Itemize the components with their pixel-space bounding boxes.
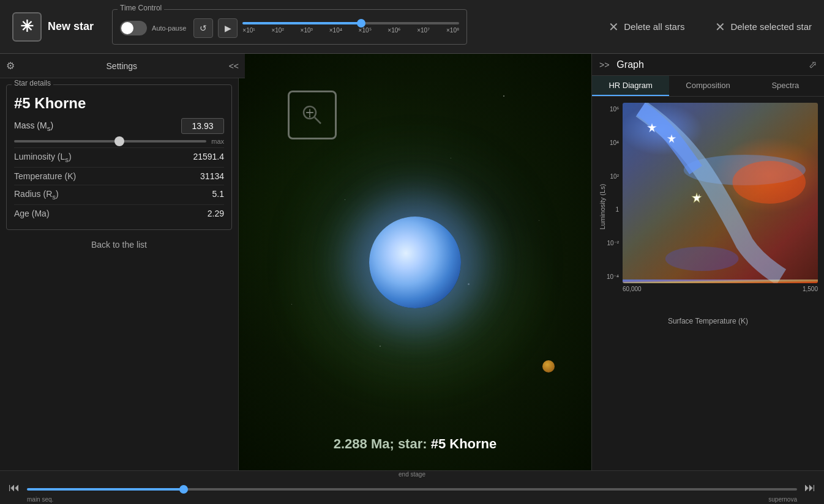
- radius-label: Radius (Rs): [14, 189, 59, 201]
- delete-selected-icon: ✕: [715, 20, 725, 34]
- main-viewport[interactable]: 2.288 Ma; star: #5 Khorne: [239, 54, 591, 470]
- sidebar: Star details #5 Khorne Mass (Ms) 13.93 m…: [0, 78, 239, 470]
- timeline-slider[interactable]: [27, 488, 797, 491]
- hr-chart: 4: [623, 103, 818, 283]
- y-label-1em2: 10⁻²: [598, 240, 621, 246]
- zoom-icon-svg: [300, 103, 324, 127]
- time-ticks: ×10¹ ×10² ×10³ ×10⁴ ×10⁵ ×10⁶ ×10⁷ ×10⁸: [242, 27, 459, 34]
- y-axis-labels: 10⁶ 10⁴ 10² 1 10⁻² 10⁻⁴: [598, 103, 621, 283]
- radius-row: Radius (Rs) 5.1: [14, 185, 224, 204]
- mass-row: Mass (Ms) 13.93: [14, 118, 224, 134]
- luminosity-value: 21591.4: [193, 152, 224, 163]
- tick-6: ×10⁶: [388, 27, 400, 34]
- delete-all-button[interactable]: ✕ Delete all stars: [596, 20, 697, 34]
- timeline-end-button[interactable]: ⏭: [802, 481, 818, 494]
- tick-4: ×10⁴: [329, 27, 342, 34]
- auto-pause-toggle[interactable]: [120, 21, 147, 35]
- small-planet: [542, 360, 555, 372]
- settings-label: Settings: [21, 61, 223, 71]
- delete-all-label: Delete all stars: [624, 21, 684, 32]
- graph-header: >> Graph ⬀: [592, 54, 824, 76]
- tick-1: ×10¹: [242, 27, 255, 34]
- time-slider[interactable]: [242, 22, 459, 24]
- temperature-value: 31134: [200, 171, 224, 181]
- time-control-label: Time Control: [118, 4, 164, 12]
- mass-label: Mass (Ms): [14, 120, 53, 132]
- settings-icon-button[interactable]: ⚙: [6, 60, 15, 72]
- status-time: 2.288 Ma; star:: [334, 436, 431, 451]
- graph-title: Graph: [616, 59, 804, 70]
- svg-point-6: [732, 161, 806, 204]
- hr-star-5-selected[interactable]: 4: [691, 193, 702, 204]
- hr-star-2[interactable]: [667, 134, 676, 144]
- top-bar: ✳ New star Time Control Auto-pause ↺ ▶ ×…: [0, 0, 824, 54]
- x-label-60000: 60,000: [623, 286, 642, 292]
- graph-tabs: HR Diagram Composition Spectra: [592, 76, 824, 97]
- time-control-inner: Auto-pause ↺ ▶ ×10¹ ×10² ×10³ ×10⁴ ×10⁵ …: [120, 16, 459, 40]
- graph-expand-button[interactable]: >>: [599, 60, 609, 70]
- mass-value[interactable]: 13.93: [181, 118, 224, 134]
- new-star-button[interactable]: ✳ New star: [0, 12, 106, 42]
- label-end-stage: end stage: [399, 471, 425, 478]
- graph-export-button[interactable]: ⬀: [809, 59, 817, 70]
- timeline-slider-container: main seq. end stage supernova: [27, 482, 797, 493]
- tick-8: ×10⁸: [446, 27, 459, 34]
- back-to-list-button[interactable]: Back to the list: [6, 240, 232, 250]
- auto-pause-label: Auto-pause: [152, 24, 186, 32]
- tick-3: ×10³: [301, 27, 313, 34]
- tick-7: ×10⁷: [417, 27, 430, 34]
- svg-rect-8: [623, 280, 818, 283]
- y-label-1e4: 10⁴: [598, 139, 621, 146]
- time-slider-container: ×10¹ ×10² ×10³ ×10⁴ ×10⁵ ×10⁶ ×10⁷ ×10⁸: [242, 16, 459, 40]
- age-label: Age (Ma): [14, 209, 50, 218]
- star-details-legend: Star details: [12, 79, 53, 87]
- label-main-seq: main seq.: [27, 496, 53, 503]
- y-label-1e6: 10⁶: [598, 106, 621, 113]
- settings-chevron-button[interactable]: <<: [229, 61, 239, 71]
- temperature-row: Temperature (K) 31134: [14, 167, 224, 185]
- tab-composition[interactable]: Composition: [669, 76, 746, 96]
- new-star-label: New star: [48, 20, 94, 33]
- mass-max-label: max: [211, 138, 224, 145]
- star-visual[interactable]: [369, 217, 461, 308]
- mass-slider[interactable]: [14, 140, 206, 143]
- status-text: 2.288 Ma; star: #5 Khorne: [334, 436, 497, 452]
- tick-5: ×10⁵: [359, 27, 372, 34]
- status-star-name: #5 Khorne: [431, 436, 497, 451]
- time-control-panel: Time Control Auto-pause ↺ ▶ ×10¹ ×10² ×1…: [112, 9, 467, 45]
- star-details-box: Star details #5 Khorne Mass (Ms) 13.93 m…: [6, 84, 232, 230]
- settings-bar: ⚙ Settings <<: [0, 54, 245, 78]
- tab-hr-diagram[interactable]: HR Diagram: [592, 76, 669, 96]
- luminosity-row: Luminosity (Ls) 21591.4: [14, 147, 224, 167]
- label-supernova: supernova: [768, 496, 797, 503]
- star-icon: ✳: [12, 12, 42, 42]
- delete-all-icon: ✕: [609, 20, 619, 34]
- right-panel: >> Graph ⬀ HR Diagram Composition Spectr…: [591, 54, 824, 470]
- hr-star-1[interactable]: [646, 122, 657, 133]
- y-label-1: 1: [598, 206, 621, 213]
- tab-spectra[interactable]: Spectra: [747, 76, 824, 96]
- hr-diagram-wrapper: Luminosity (Ls) 10⁶ 10⁴ 10² 1 10⁻² 10⁻⁴: [598, 103, 818, 311]
- age-row: Age (Ma) 2.29: [14, 204, 224, 222]
- y-label-1e2: 10²: [598, 173, 621, 180]
- temperature-label: Temperature (K): [14, 171, 76, 181]
- reset-button[interactable]: ↺: [193, 18, 213, 38]
- zoom-button[interactable]: [288, 91, 337, 139]
- y-label-1em4: 10⁻⁴: [598, 273, 621, 280]
- x-axis-labels: 60,000 1,500: [623, 286, 818, 292]
- svg-line-1: [315, 117, 321, 124]
- svg-marker-9: [647, 123, 657, 132]
- radius-value: 5.1: [212, 189, 224, 201]
- delete-selected-button[interactable]: ✕ Delete selected star: [703, 20, 824, 34]
- luminosity-label: Luminosity (Ls): [14, 152, 72, 163]
- bottom-bar: ⏮ main seq. end stage supernova ⏭: [0, 470, 824, 504]
- tick-2: ×10²: [271, 27, 283, 34]
- timeline-start-button[interactable]: ⏮: [6, 481, 22, 494]
- play-button[interactable]: ▶: [218, 18, 238, 38]
- age-value: 2.29: [208, 209, 224, 218]
- star-name: #5 Khorne: [14, 95, 224, 112]
- mass-slider-row: max: [14, 138, 224, 145]
- svg-point-7: [665, 246, 739, 271]
- delete-selected-label: Delete selected star: [730, 21, 812, 32]
- x-label-1500: 1,500: [803, 286, 818, 292]
